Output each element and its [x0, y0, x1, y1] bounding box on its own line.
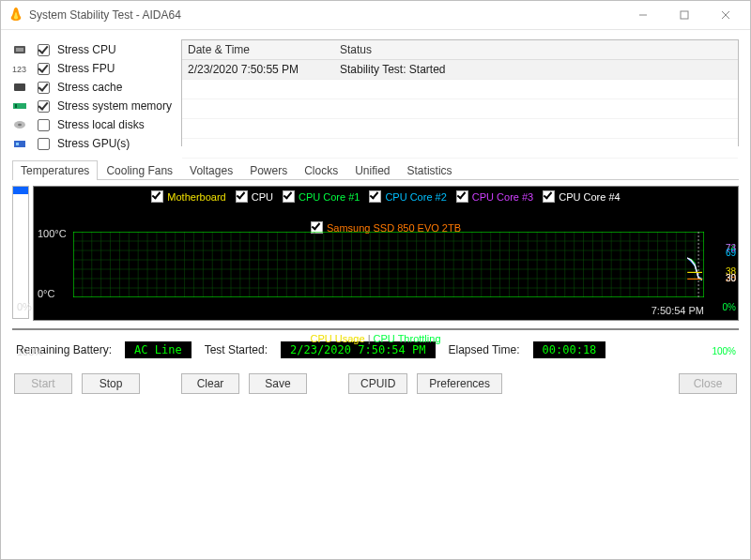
usage-y-top: 100%	[17, 346, 43, 357]
legend-label: CPU Core #3	[472, 191, 533, 203]
temperature-legend: MotherboardCPUCPU Core #1CPU Core #2CPU …	[34, 187, 738, 234]
svg-point-11	[18, 124, 22, 127]
legend-item[interactable]: CPU Core #1	[283, 190, 360, 203]
maximize-button[interactable]	[664, 2, 705, 28]
close-button[interactable]: Close	[679, 373, 737, 394]
temperature-plot: MotherboardCPUCPU Core #1CPU Core #2CPU …	[33, 186, 739, 321]
stress-option-5[interactable]: Stress GPU(s)	[12, 135, 172, 152]
log-header-datetime: Date & Time	[182, 40, 334, 60]
legend-label: CPU Core #2	[385, 191, 446, 203]
tab-unified[interactable]: Unified	[346, 160, 398, 180]
usage-title: CPU Usage | CPU Throttling	[13, 333, 738, 344]
legend-label: CPU Core #4	[559, 191, 620, 203]
temp-y-top: 100°C	[38, 228, 67, 239]
svg-rect-5	[16, 48, 23, 52]
log-header-status: Status	[334, 40, 738, 60]
legend-item[interactable]: CPU	[236, 190, 273, 203]
window-title: System Stability Test - AIDA64	[29, 8, 181, 22]
content-area: Stress CPU123Stress FPUStress cacheStres…	[1, 30, 750, 559]
stress-checkbox[interactable]	[38, 119, 50, 131]
app-icon	[8, 7, 23, 24]
stress-icon	[12, 43, 29, 56]
legend-item[interactable]: CPU Core #4	[543, 190, 620, 203]
tab-powers[interactable]: Powers	[241, 160, 296, 180]
close-window-button[interactable]	[705, 2, 746, 28]
start-button[interactable]: Start	[14, 373, 72, 394]
temperature-graph	[73, 232, 704, 297]
log-cell-status: Stability Test: Started	[334, 60, 738, 80]
legend-checkbox[interactable]	[236, 190, 248, 203]
stress-option-3[interactable]: Stress system memory	[12, 98, 172, 114]
usage-y-bottom: 0%	[17, 301, 32, 312]
stress-icon: 123	[12, 62, 29, 75]
stress-label: Stress cache	[57, 81, 122, 94]
stress-label: Stress local disks	[57, 118, 145, 131]
stress-checkbox[interactable]	[38, 63, 50, 75]
stress-icon	[12, 81, 29, 94]
legend-label: CPU Core #1	[299, 191, 360, 203]
stress-options: Stress CPU123Stress FPUStress cacheStres…	[12, 39, 172, 152]
stress-icon	[12, 118, 29, 131]
log-row[interactable]: 2/23/2020 7:50:55 PMStability Test: Star…	[182, 60, 738, 80]
titlebar: System Stability Test - AIDA64	[1, 1, 750, 30]
app-window: System Stability Test - AIDA64 Stress CP…	[0, 0, 751, 560]
stress-label: Stress GPU(s)	[57, 137, 130, 150]
stress-label: Stress FPU	[57, 62, 115, 75]
tab-voltages[interactable]: Voltages	[181, 160, 241, 180]
stress-option-4[interactable]: Stress local disks	[12, 116, 172, 133]
legend-checkbox[interactable]	[151, 190, 163, 203]
svg-rect-13	[16, 143, 19, 145]
svg-rect-12	[14, 141, 25, 147]
tab-statistics[interactable]: Statistics	[399, 160, 461, 180]
log-cell-datetime: 2/23/2020 7:50:55 PM	[182, 60, 334, 80]
svg-rect-9	[15, 104, 17, 108]
button-row: Start Stop Clear Save CPUID Preferences …	[12, 370, 739, 400]
legend-label: CPU	[252, 191, 273, 203]
usage-plot: CPU Usage | CPU Throttling 100% 0% 100% …	[12, 328, 739, 330]
stress-option-0[interactable]: Stress CPU	[12, 41, 172, 58]
tab-bar: TemperaturesCooling FansVoltagesPowersCl…	[12, 159, 739, 180]
svg-rect-7	[14, 83, 25, 91]
clear-button[interactable]: Clear	[181, 373, 239, 394]
stress-option-2[interactable]: Stress cache	[12, 79, 172, 96]
legend-checkbox[interactable]	[456, 190, 468, 203]
temp-value-label: 69	[726, 248, 736, 258]
temp-value-label: 30	[726, 273, 736, 283]
legend-checkbox[interactable]	[543, 190, 555, 203]
save-button[interactable]: Save	[249, 373, 307, 394]
svg-rect-1	[681, 11, 688, 19]
legend-label: Motherboard	[167, 191, 225, 203]
stress-checkbox[interactable]	[38, 138, 50, 150]
tab-cooling-fans[interactable]: Cooling Fans	[98, 160, 181, 180]
tab-clocks[interactable]: Clocks	[296, 160, 346, 180]
legend-checkbox[interactable]	[369, 190, 381, 203]
stop-button[interactable]: Stop	[82, 373, 140, 394]
stress-icon	[12, 137, 29, 150]
event-log: Date & Time Status 2/23/2020 7:50:55 PMS…	[181, 39, 739, 146]
stress-label: Stress system memory	[57, 99, 172, 113]
svg-text:123: 123	[12, 65, 26, 74]
usage-r-bottom: 0%	[723, 302, 736, 312]
legend-item[interactable]: Motherboard	[151, 190, 225, 203]
temp-x-label: 7:50:54 PM	[651, 305, 704, 316]
stress-checkbox[interactable]	[38, 100, 50, 113]
cpuid-button[interactable]: CPUID	[348, 373, 407, 394]
stress-icon	[12, 99, 29, 113]
stress-label: Stress CPU	[57, 43, 116, 56]
legend-item[interactable]: CPU Core #2	[369, 190, 446, 203]
stress-option-1[interactable]: 123Stress FPU	[12, 60, 172, 77]
preferences-button[interactable]: Preferences	[417, 373, 502, 394]
temp-y-bottom: 0°C	[38, 288, 54, 299]
stress-checkbox[interactable]	[38, 82, 50, 94]
legend-item[interactable]: CPU Core #3	[456, 190, 533, 203]
sensor-indicator[interactable]	[12, 186, 29, 319]
stress-checkbox[interactable]	[38, 44, 50, 56]
minimize-button[interactable]	[622, 2, 664, 28]
tab-temperatures[interactable]: Temperatures	[12, 160, 98, 180]
legend-checkbox[interactable]	[283, 190, 295, 203]
usage-r-top: 100%	[712, 346, 736, 356]
